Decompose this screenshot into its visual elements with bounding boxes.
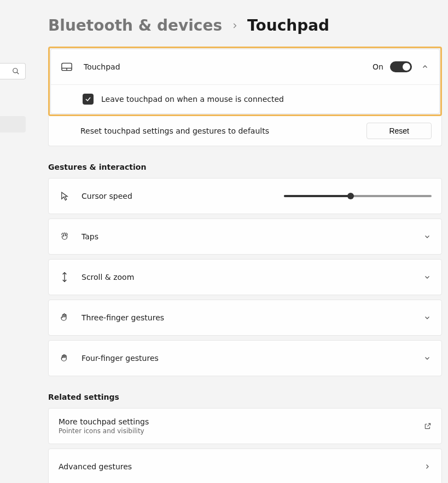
gestures-section-header: Gestures & interaction xyxy=(48,163,442,171)
cursor-icon xyxy=(59,191,71,201)
leave-touchpad-on-checkbox[interactable] xyxy=(83,94,94,105)
touchpad-toggle[interactable] xyxy=(390,61,412,72)
scroll-icon xyxy=(59,272,71,283)
chevron-down-icon xyxy=(424,233,432,240)
touchpad-toggle-row[interactable]: Touchpad On xyxy=(51,49,439,84)
leave-touchpad-on-row[interactable]: Leave touchpad on when a mouse is connec… xyxy=(51,84,439,113)
scroll-zoom-label: Scroll & zoom xyxy=(82,273,414,281)
scroll-zoom-row[interactable]: Scroll & zoom xyxy=(49,260,441,295)
touchpad-icon xyxy=(61,62,73,71)
svg-line-1 xyxy=(17,72,19,74)
breadcrumb-parent[interactable]: Bluetooth & devices xyxy=(48,16,222,34)
touchpad-card-highlight: Touchpad On Leave touchpad on when a mou… xyxy=(48,47,442,116)
reset-label: Reset touchpad settings and gestures to … xyxy=(80,127,366,135)
reset-button[interactable]: Reset xyxy=(366,123,432,139)
touchpad-title: Touchpad xyxy=(84,62,373,71)
external-link-icon xyxy=(424,422,432,430)
chevron-right-icon xyxy=(424,463,432,470)
taps-label: Taps xyxy=(82,232,414,241)
sidebar-search-stub[interactable] xyxy=(0,63,26,79)
search-icon xyxy=(12,67,20,75)
svg-point-0 xyxy=(13,68,18,73)
leave-touchpad-on-label: Leave touchpad on when a mouse is connec… xyxy=(101,95,284,104)
taps-row[interactable]: Taps xyxy=(49,219,441,254)
three-finger-label: Three-finger gestures xyxy=(82,313,414,322)
four-finger-row[interactable]: Four-finger gestures xyxy=(49,341,441,376)
advanced-gestures-title: Advanced gestures xyxy=(59,462,414,471)
breadcrumb: Bluetooth & devices Touchpad xyxy=(48,16,442,34)
advanced-gestures-row[interactable]: Advanced gestures xyxy=(49,449,441,483)
four-finger-label: Four-finger gestures xyxy=(82,354,414,363)
breadcrumb-current: Touchpad xyxy=(247,16,329,34)
more-touchpad-settings-sub: Pointer icons and visibility xyxy=(59,427,414,435)
cursor-speed-label: Cursor speed xyxy=(82,192,284,200)
more-touchpad-settings-row[interactable]: More touchpad settings Pointer icons and… xyxy=(49,409,441,444)
cursor-speed-row: Cursor speed xyxy=(49,179,441,214)
chevron-down-icon xyxy=(424,274,432,280)
touchpad-toggle-state: On xyxy=(373,62,383,71)
reset-row: Reset touchpad settings and gestures to … xyxy=(48,116,442,146)
hand-three-icon xyxy=(59,313,71,323)
related-section-header: Related settings xyxy=(48,393,442,401)
three-finger-row[interactable]: Three-finger gestures xyxy=(49,300,441,335)
chevron-right-icon xyxy=(231,22,238,30)
more-touchpad-settings-title: More touchpad settings xyxy=(59,417,414,426)
cursor-speed-slider[interactable] xyxy=(284,195,432,197)
svg-line-6 xyxy=(427,423,430,426)
chevron-down-icon xyxy=(424,355,432,361)
chevron-up-icon[interactable] xyxy=(422,64,429,70)
hand-four-icon xyxy=(59,353,71,363)
chevron-down-icon xyxy=(424,314,432,321)
tap-icon xyxy=(59,232,71,242)
sidebar-active-item-stub[interactable] xyxy=(0,116,26,133)
